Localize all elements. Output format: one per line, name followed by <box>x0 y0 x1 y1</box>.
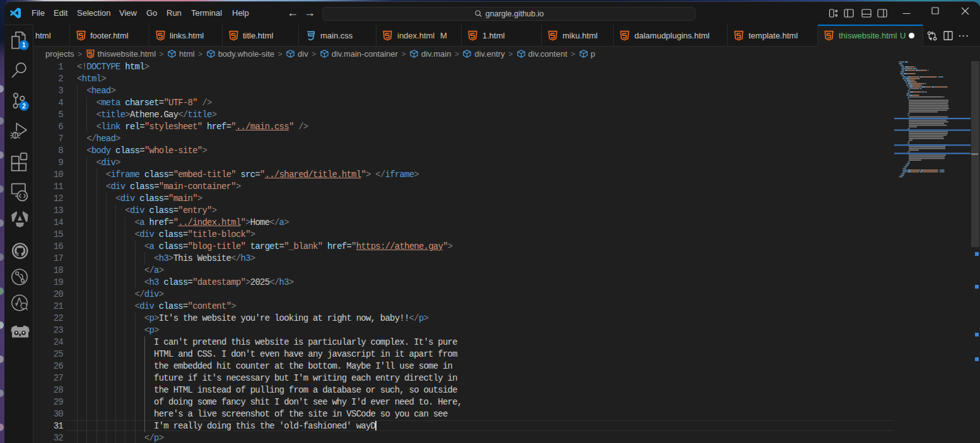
svg-text:1: 1 <box>22 42 26 49</box>
svg-text:2: 2 <box>22 103 26 110</box>
